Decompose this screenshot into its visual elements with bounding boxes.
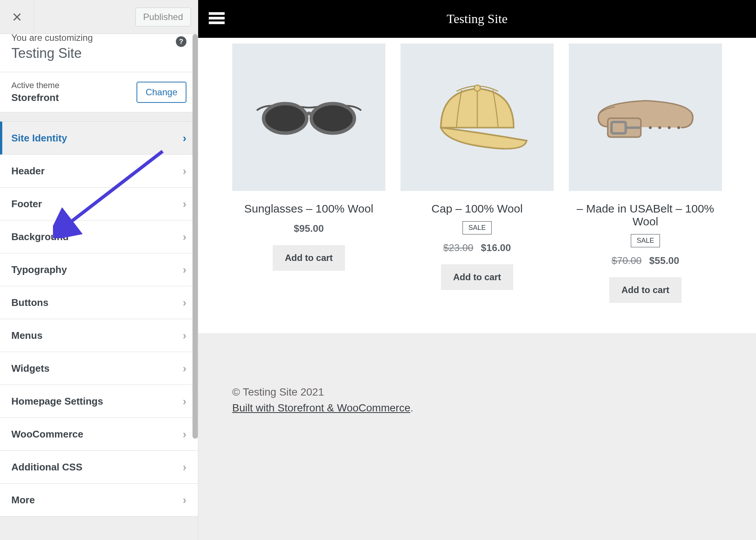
active-theme-label: Active theme <box>11 81 59 90</box>
customizer-sidebar: Published You are customizing Testing Si… <box>0 0 198 540</box>
section-homepage-settings[interactable]: Homepage Settings› <box>0 385 198 418</box>
hamburger-icon <box>209 10 225 26</box>
sidebar-scrollbar[interactable] <box>192 34 198 540</box>
product-image[interactable] <box>401 43 554 191</box>
customizer-pretitle: You are customizing <box>11 33 186 43</box>
active-theme-panel: Active theme Storefront Change <box>0 72 198 112</box>
add-to-cart-button[interactable]: Add to cart <box>609 277 681 303</box>
section-label: Typography <box>11 264 67 276</box>
publish-button[interactable]: Published <box>135 8 191 26</box>
section-label: Homepage Settings <box>11 396 103 407</box>
chevron-right-icon: › <box>183 230 186 243</box>
section-label: Menus <box>11 330 42 341</box>
change-theme-button[interactable]: Change <box>137 82 186 103</box>
cap-illustration <box>421 76 534 159</box>
site-header: Testing Site <box>198 0 756 38</box>
chevron-right-icon: › <box>183 493 186 506</box>
svg-rect-2 <box>209 17 225 20</box>
chevron-right-icon: › <box>183 164 186 177</box>
chevron-right-icon: › <box>183 329 186 342</box>
section-menus[interactable]: Menus› <box>0 319 198 352</box>
product-image[interactable] <box>569 43 722 191</box>
customizer-context: You are customizing Testing Site ? <box>0 34 198 72</box>
chevron-right-icon: › <box>183 296 186 309</box>
sale-badge: SALE <box>463 221 491 234</box>
old-price: $70.00 <box>612 255 642 266</box>
old-price: $23.00 <box>443 242 473 253</box>
chevron-right-icon: › <box>183 197 186 210</box>
add-to-cart-button[interactable]: Add to cart <box>273 245 345 271</box>
sale-badge: SALE <box>631 234 660 247</box>
product-card: – Made in USABelt – 100% WoolSALE$70.00$… <box>569 43 722 303</box>
product-grid: Sunglasses – 100% Wool$95.00Add to cartC… <box>198 38 756 333</box>
belt-illustration <box>589 76 702 159</box>
product-title[interactable]: Cap – 100% Wool <box>401 202 554 215</box>
section-woocommerce[interactable]: WooCommerce› <box>0 418 198 451</box>
help-icon[interactable]: ? <box>176 36 186 47</box>
section-widgets[interactable]: Widgets› <box>0 352 198 385</box>
close-button[interactable] <box>0 0 34 34</box>
section-additional-css[interactable]: Additional CSS› <box>0 451 198 484</box>
section-site-identity[interactable]: Site Identity› <box>0 121 198 155</box>
price-row: $70.00$55.00 <box>569 255 722 267</box>
chevron-right-icon: › <box>183 428 186 441</box>
svg-rect-1 <box>209 12 225 15</box>
chevron-right-icon: › <box>183 395 186 408</box>
section-label: Buttons <box>11 297 48 309</box>
section-more[interactable]: More› <box>0 484 198 517</box>
add-to-cart-button[interactable]: Add to cart <box>441 264 513 290</box>
customizer-site-title: Testing Site <box>11 45 186 61</box>
product-card: Cap – 100% WoolSALE$23.00$16.00Add to ca… <box>401 43 554 303</box>
section-buttons[interactable]: Buttons› <box>0 286 198 319</box>
footer-credit-period: . <box>410 402 413 414</box>
section-label: More <box>11 494 35 506</box>
svg-rect-3 <box>209 22 225 24</box>
section-label: Footer <box>11 198 42 210</box>
price: $16.00 <box>481 242 511 253</box>
price-row: $95.00 <box>232 223 385 234</box>
section-footer[interactable]: Footer› <box>0 188 198 220</box>
chevron-right-icon: › <box>183 362 186 375</box>
section-label: Background <box>11 231 69 243</box>
chevron-right-icon: › <box>183 263 186 276</box>
sidebar-scroll-thumb[interactable] <box>192 34 198 439</box>
footer-copyright: © Testing Site 2021 <box>232 386 722 398</box>
product-card: Sunglasses – 100% Wool$95.00Add to cart <box>232 43 385 303</box>
price-row: $23.00$16.00 <box>401 242 554 254</box>
site-footer: © Testing Site 2021 Built with Storefron… <box>198 333 756 540</box>
customizer-topbar: Published <box>0 0 198 34</box>
close-icon <box>11 11 23 23</box>
customizer-sections: Site Identity›Header›Footer›Background›T… <box>0 121 198 517</box>
section-header[interactable]: Header› <box>0 155 198 188</box>
section-label: Site Identity <box>11 132 67 144</box>
price: $55.00 <box>649 255 680 266</box>
chevron-right-icon: › <box>183 132 186 144</box>
sunglasses-illustration <box>252 76 366 159</box>
price: $95.00 <box>294 223 324 234</box>
section-label: Widgets <box>11 363 50 374</box>
section-typography[interactable]: Typography› <box>0 253 198 286</box>
site-preview: Testing Site Sunglasses – 100% Wool$95.0… <box>198 0 756 540</box>
active-theme-name: Storefront <box>11 92 59 104</box>
section-label: Additional CSS <box>11 461 82 473</box>
section-label: WooCommerce <box>11 428 83 440</box>
section-label: Header <box>11 165 45 177</box>
section-background[interactable]: Background› <box>0 220 198 253</box>
product-image[interactable] <box>232 43 385 191</box>
chevron-right-icon: › <box>183 461 186 473</box>
menu-toggle-button[interactable] <box>209 10 225 28</box>
footer-credit-link[interactable]: Built with Storefront & WooCommerce <box>232 402 410 414</box>
site-title: Testing Site <box>198 12 756 26</box>
product-title[interactable]: – Made in USABelt – 100% Wool <box>569 202 722 228</box>
product-title[interactable]: Sunglasses – 100% Wool <box>232 202 385 215</box>
